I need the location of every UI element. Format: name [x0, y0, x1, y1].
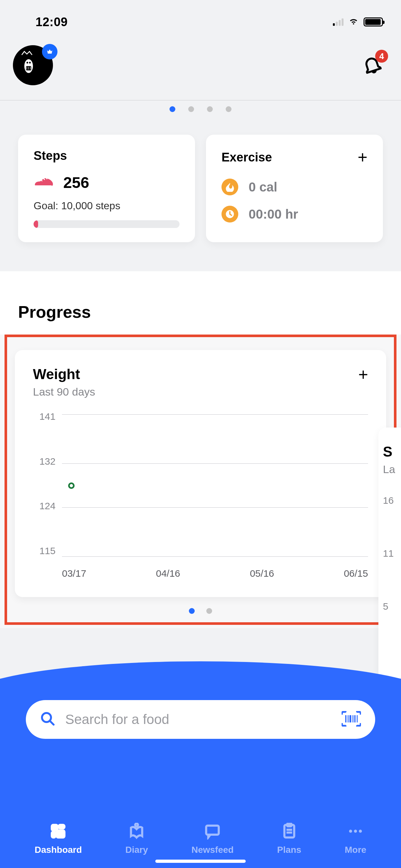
- steps-count: 256: [63, 174, 89, 191]
- more-icon: [346, 822, 365, 840]
- steps-card[interactable]: Steps 256 Goal: 10,000 steps: [18, 135, 195, 242]
- progress-carousel-area: Weight Last 90 days + 141 132 124 115: [0, 335, 401, 628]
- svg-point-0: [24, 59, 33, 73]
- svg-rect-10: [345, 715, 346, 723]
- progress-section: Progress: [0, 271, 401, 335]
- tab-diary[interactable]: Diary: [125, 822, 148, 855]
- peek-y-tick: 5: [383, 601, 401, 612]
- svg-line-9: [50, 721, 54, 724]
- svg-rect-13: [352, 715, 353, 723]
- chart-data-point: [68, 483, 74, 489]
- carousel-dot[interactable]: [207, 106, 213, 112]
- tab-label: Newsfeed: [191, 845, 234, 855]
- svg-rect-15: [357, 715, 358, 723]
- profile-button[interactable]: [13, 45, 55, 87]
- progress-carousel-indicator: [15, 597, 386, 619]
- svg-point-1: [27, 62, 28, 63]
- x-tick: 05/16: [250, 568, 274, 579]
- svg-rect-14: [354, 715, 356, 723]
- tab-plans[interactable]: Plans: [277, 822, 301, 855]
- chart-x-axis: 03/17 04/16 05/16 06/15: [62, 568, 368, 579]
- tab-newsfeed[interactable]: Newsfeed: [191, 822, 234, 855]
- exercise-card[interactable]: Exercise + 0 cal 00:00 hr: [206, 135, 383, 242]
- flame-icon: [221, 179, 238, 195]
- svg-rect-18: [52, 832, 56, 837]
- peek-y-tick: 11: [383, 548, 401, 559]
- weight-card-subtitle: Last 90 days: [33, 385, 95, 398]
- steps-progress-fill: [34, 220, 38, 228]
- status-time: 12:09: [18, 15, 68, 29]
- steps-goal: Goal: 10,000 steps: [34, 200, 180, 212]
- weight-card[interactable]: Weight Last 90 days + 141 132 124 115: [15, 350, 386, 597]
- carousel-dot[interactable]: [188, 106, 194, 112]
- home-indicator[interactable]: [155, 860, 246, 863]
- weight-card-title: Weight: [33, 366, 95, 382]
- x-tick: 03/17: [62, 568, 86, 579]
- plans-icon: [280, 822, 298, 840]
- carousel-dot[interactable]: [169, 106, 175, 112]
- svg-point-20: [135, 824, 138, 826]
- tab-label: More: [345, 845, 366, 855]
- tab-bar: Dashboard Diary Newsfeed Plans: [0, 822, 401, 855]
- annotation-highlight-box: Weight Last 90 days + 141 132 124 115: [4, 335, 397, 625]
- steps-title: Steps: [34, 149, 180, 163]
- chart-y-axis: 141 132 124 115: [33, 411, 56, 556]
- svg-rect-17: [59, 825, 65, 829]
- steps-progress-bar: [34, 220, 180, 228]
- svg-rect-11: [348, 715, 349, 723]
- svg-rect-12: [349, 715, 351, 723]
- barcode-scan-button[interactable]: [342, 711, 361, 728]
- weight-chart: 141 132 124 115 03/17 04/16: [33, 411, 368, 579]
- app-header: 4: [0, 35, 401, 100]
- carousel-indicator-top: [0, 100, 401, 119]
- search-placeholder: Search for a food: [65, 712, 332, 727]
- svg-rect-16: [52, 825, 58, 831]
- carousel-dot[interactable]: [206, 608, 212, 614]
- peek-title: S: [383, 444, 401, 460]
- status-bar: 12:09: [0, 0, 401, 35]
- progress-section-title: Progress: [0, 289, 401, 335]
- exercise-duration: 00:00 hr: [249, 207, 298, 221]
- y-tick: 124: [33, 500, 56, 512]
- next-progress-card-peek[interactable]: S La 16 11 5: [378, 428, 401, 683]
- battery-icon: [364, 18, 383, 27]
- shoe-icon: [34, 175, 54, 191]
- x-tick: 04/16: [156, 568, 180, 579]
- y-tick: 132: [33, 456, 56, 467]
- summary-cards-row: Steps 256 Goal: 10,000 steps Exercise +: [0, 119, 401, 271]
- clock-icon: [221, 206, 238, 222]
- x-tick: 06/15: [344, 568, 368, 579]
- bottom-section: Search for a food Dashboard Diary: [0, 678, 401, 868]
- svg-rect-19: [57, 831, 65, 838]
- cellular-signal-icon: [333, 18, 343, 26]
- wifi-icon: [348, 16, 359, 28]
- diary-icon: [127, 822, 146, 840]
- tab-dashboard[interactable]: Dashboard: [35, 822, 82, 855]
- tab-label: Diary: [125, 845, 148, 855]
- svg-point-2: [29, 62, 31, 63]
- svg-point-28: [359, 830, 362, 833]
- dashboard-icon: [49, 822, 67, 840]
- svg-rect-21: [206, 826, 219, 835]
- svg-point-27: [354, 830, 357, 833]
- y-tick: 115: [33, 546, 56, 556]
- notification-count-badge: 4: [375, 50, 388, 63]
- tab-more[interactable]: More: [345, 822, 366, 855]
- y-tick: 141: [33, 411, 56, 422]
- carousel-dot[interactable]: [226, 106, 232, 112]
- notifications-button[interactable]: 4: [362, 55, 383, 78]
- newsfeed-icon: [204, 822, 221, 840]
- food-search-bar[interactable]: Search for a food: [26, 700, 375, 739]
- add-weight-button[interactable]: +: [359, 366, 368, 383]
- exercise-calories: 0 cal: [249, 180, 277, 194]
- tab-label: Plans: [277, 845, 301, 855]
- premium-badge-icon: [42, 44, 58, 59]
- search-icon: [40, 711, 56, 728]
- exercise-title: Exercise: [221, 151, 272, 164]
- add-exercise-button[interactable]: +: [358, 149, 367, 166]
- svg-point-26: [349, 830, 352, 833]
- carousel-dot[interactable]: [189, 608, 195, 614]
- chart-gridlines: [62, 414, 368, 556]
- peek-subtitle: La: [383, 463, 401, 476]
- status-icons: [333, 16, 383, 28]
